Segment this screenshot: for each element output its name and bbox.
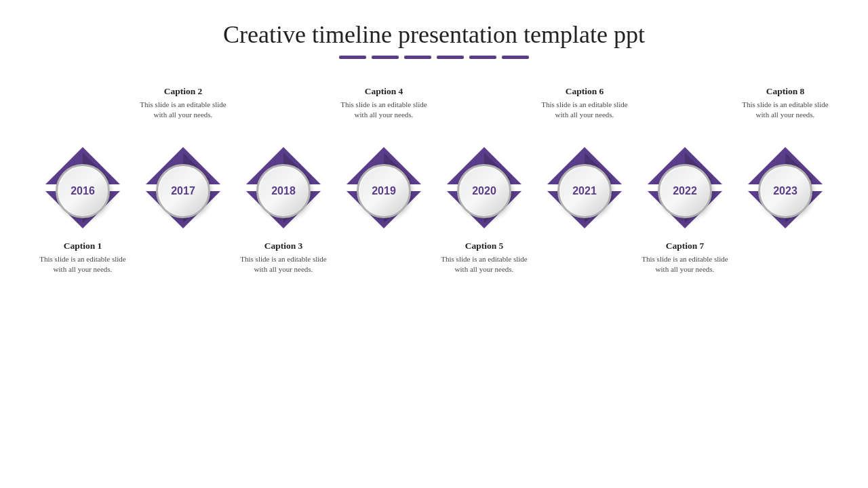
dash-2 <box>372 56 399 59</box>
caption-text-2021: This slide is an editable slide with all… <box>537 100 632 121</box>
bottom-caption-2022: Caption 7This slide is an editable slide… <box>635 235 735 296</box>
caption-title-2019: Caption 4 <box>365 86 403 97</box>
dash-4 <box>437 56 464 59</box>
caption-title-2020: Caption 5 <box>465 241 504 251</box>
caption-text-2022: This slide is an editable slide with all… <box>637 254 732 275</box>
year-circle-2023: 2023 <box>758 164 812 218</box>
page: Creative timeline presentation template … <box>0 0 868 488</box>
caption-title-2022: Caption 7 <box>666 241 705 251</box>
year-text-2018: 2018 <box>271 185 296 197</box>
timeline-item-2019: Caption 4This slide is an editable slide… <box>334 86 434 296</box>
year-circle-2022: 2022 <box>658 164 712 218</box>
dash-1 <box>339 56 366 59</box>
caption-title-2017: Caption 2 <box>164 86 203 97</box>
year-text-2017: 2017 <box>171 185 195 197</box>
timeline-item-2022: Caption 7This slide is an editable slide… <box>635 86 735 296</box>
dash-6 <box>502 56 529 59</box>
dash-5 <box>469 56 496 59</box>
year-circle-2019: 2019 <box>357 164 411 218</box>
timeline-item-2020: Caption 5This slide is an editable slide… <box>434 86 534 296</box>
top-caption-2023: Caption 8This slide is an editable slide… <box>735 86 835 147</box>
caption-title-2016: Caption 1 <box>64 241 102 251</box>
top-caption-2019: Caption 4This slide is an editable slide… <box>334 86 434 147</box>
top-caption-2021: Caption 6This slide is an editable slide… <box>534 86 635 147</box>
diamond-circle-2017: 2017 <box>142 147 224 235</box>
timeline-item-2023: Caption 8This slide is an editable slide… <box>735 86 835 296</box>
diamond-circle-2021: 2021 <box>544 147 625 235</box>
year-text-2019: 2019 <box>372 185 396 197</box>
caption-text-2016: This slide is an editable slide with all… <box>35 254 130 275</box>
year-text-2022: 2022 <box>673 185 697 197</box>
year-text-2021: 2021 <box>572 185 597 197</box>
dash-3 <box>404 56 431 59</box>
year-circle-2020: 2020 <box>457 164 511 218</box>
year-circle-2017: 2017 <box>156 164 210 218</box>
timeline-item-2017: Caption 2This slide is an editable slide… <box>133 86 233 296</box>
year-text-2023: 2023 <box>773 185 797 197</box>
caption-title-2023: Caption 8 <box>766 86 805 97</box>
caption-text-2020: This slide is an editable slide with all… <box>437 254 532 275</box>
year-text-2020: 2020 <box>472 185 496 197</box>
caption-text-2017: This slide is an editable slide with all… <box>136 100 231 121</box>
bottom-caption-2020: Caption 5This slide is an editable slide… <box>434 235 534 296</box>
year-circle-2021: 2021 <box>557 164 612 218</box>
year-text-2016: 2016 <box>71 185 95 197</box>
bottom-caption-2016: Caption 1This slide is an editable slide… <box>33 235 133 296</box>
timeline-item-2021: Caption 6This slide is an editable slide… <box>534 86 635 296</box>
diamond-circle-2022: 2022 <box>644 147 726 235</box>
caption-text-2018: This slide is an editable slide with all… <box>236 254 331 275</box>
year-circle-2016: 2016 <box>56 164 110 218</box>
diamond-circle-2019: 2019 <box>343 147 425 235</box>
timeline-item-2016: Caption 1This slide is an editable slide… <box>33 86 133 296</box>
caption-title-2018: Caption 3 <box>264 241 303 251</box>
diamond-circle-2016: 2016 <box>42 147 123 235</box>
bottom-caption-2018: Caption 3This slide is an editable slide… <box>233 235 334 296</box>
timeline-item-2018: Caption 3This slide is an editable slide… <box>233 86 334 296</box>
decorative-dashes <box>339 56 529 59</box>
caption-text-2023: This slide is an editable slide with all… <box>738 100 833 121</box>
page-title: Creative timeline presentation template … <box>223 20 645 49</box>
diamond-circle-2020: 2020 <box>443 147 525 235</box>
caption-text-2019: This slide is an editable slide with all… <box>336 100 431 121</box>
timeline: Caption 1This slide is an editable slide… <box>20 86 848 296</box>
year-circle-2018: 2018 <box>256 164 311 218</box>
diamond-circle-2023: 2023 <box>745 147 826 235</box>
top-caption-2017: Caption 2This slide is an editable slide… <box>133 86 233 147</box>
caption-title-2021: Caption 6 <box>566 86 604 97</box>
diamond-circle-2018: 2018 <box>243 147 324 235</box>
